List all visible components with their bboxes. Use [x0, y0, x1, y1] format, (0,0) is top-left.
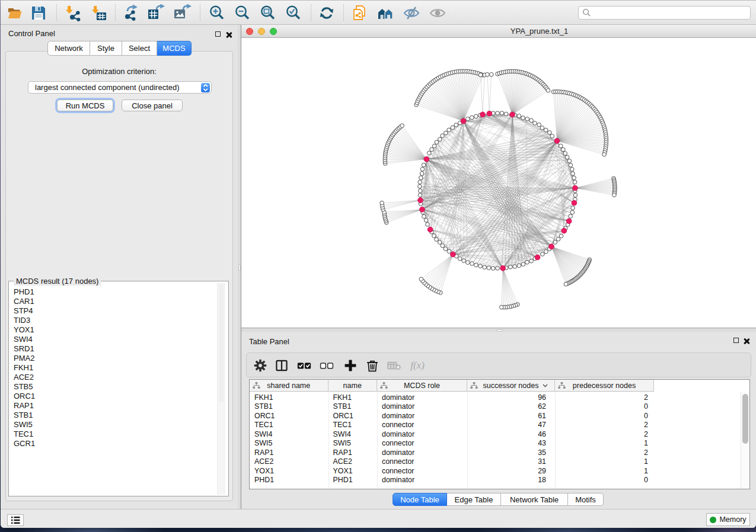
dropdown-stepper-icon	[201, 83, 210, 92]
table-scrollbar[interactable]	[741, 392, 749, 489]
result-node-item[interactable]: STB5	[14, 382, 35, 392]
result-node-item[interactable]: RAP1	[14, 401, 35, 411]
horizontal-splitter[interactable]	[241, 328, 756, 332]
export-network-icon[interactable]	[122, 4, 141, 23]
zoom-selected-icon[interactable]	[284, 4, 303, 23]
tab-network[interactable]: Network	[47, 41, 90, 56]
tab-network-table[interactable]: Network Table	[501, 493, 568, 506]
cell-MCDS-role: connector	[382, 457, 414, 467]
cell-name: PHD1	[333, 476, 353, 485]
show-column-icon[interactable]	[273, 357, 290, 374]
copy-view-icon[interactable]	[350, 4, 369, 23]
status-bar: Memory	[1, 509, 756, 528]
show-all-icon[interactable]	[428, 4, 447, 23]
table-body: FKH1FKH1dominator962STB1STB1dominator620…	[250, 392, 749, 489]
close-panel-button[interactable]: Close panel	[122, 100, 183, 111]
network-graph[interactable]	[241, 38, 756, 328]
search-input[interactable]	[578, 6, 751, 20]
export-image-icon[interactable]	[173, 4, 192, 23]
vertical-splitter-grip[interactable]	[238, 264, 241, 271]
tab-edge-table[interactable]: Edge Table	[447, 493, 501, 506]
table-row[interactable]: STB1STB1dominator620	[250, 402, 749, 412]
result-node-item[interactable]: SWI4	[14, 335, 35, 344]
table-options-icon[interactable]	[252, 357, 269, 374]
zoom-fit-icon[interactable]	[259, 4, 277, 23]
table-row[interactable]: TEC1TEC1connector472	[250, 421, 749, 430]
horizontal-splitter-grip[interactable]	[496, 329, 503, 332]
column-header-predecessor-nodes[interactable]: predecessor nodes	[555, 380, 654, 392]
import-network-icon[interactable]	[63, 4, 82, 23]
save-session-icon[interactable]	[29, 4, 48, 23]
result-node-item[interactable]: ACE2	[14, 373, 35, 382]
cell-name: SWI4	[333, 430, 351, 440]
cell-MCDS-role: connector	[382, 467, 414, 476]
result-node-item[interactable]: SRD1	[14, 344, 35, 354]
cell-shared-name: ORC1	[254, 412, 275, 421]
first-neighbors-icon[interactable]	[377, 4, 395, 23]
delete-row-icon[interactable]	[364, 357, 381, 374]
result-node-item[interactable]: SWI5	[14, 420, 35, 430]
float-table-panel-icon[interactable]	[733, 338, 739, 343]
table-row[interactable]: ACE2ACE2connector311	[250, 457, 749, 467]
tab-select[interactable]: Select	[122, 41, 157, 56]
export-table-icon[interactable]	[146, 4, 165, 23]
cell-predecessor-nodes: 2	[555, 448, 648, 458]
table-row[interactable]: SWI5SWI5connector431	[250, 439, 749, 448]
result-node-item[interactable]: STB1	[14, 411, 35, 420]
tab-node-table[interactable]: Node Table	[393, 493, 447, 506]
cell-predecessor-nodes: 1	[555, 457, 648, 467]
sort-descending-icon[interactable]	[543, 384, 548, 387]
table-row[interactable]: SWI4SWI4dominator462	[250, 430, 749, 440]
column-header-successor-nodes[interactable]: successor nodes	[467, 380, 555, 392]
deselect-all-icon[interactable]	[318, 357, 335, 374]
table-row[interactable]: FKH1FKH1dominator962	[250, 393, 749, 403]
run-mcds-button[interactable]: Run MCDS	[57, 100, 113, 111]
import-table-icon[interactable]	[90, 4, 109, 23]
cell-name: FKH1	[333, 393, 352, 403]
float-panel-icon[interactable]	[215, 31, 221, 37]
table-row[interactable]: PHD1PHD1dominator180	[250, 476, 749, 485]
table-row[interactable]: RAP1RAP1dominator352	[250, 448, 749, 458]
cell-name: YOX1	[333, 467, 353, 476]
result-node-item[interactable]: PHD1	[14, 287, 35, 297]
zoom-out-icon[interactable]	[233, 4, 252, 23]
select-all-icon[interactable]	[296, 357, 312, 374]
table-row[interactable]: YOX1YOX1connector291	[250, 467, 749, 476]
memory-button[interactable]: Memory	[706, 513, 750, 526]
criterion-dropdown[interactable]: largest connected component (undirected)	[28, 81, 212, 94]
tab-motifs[interactable]: Motifs	[568, 493, 604, 506]
result-node-item[interactable]: GCR1	[14, 439, 35, 448]
refresh-icon[interactable]	[317, 4, 336, 23]
column-header-MCDS-role[interactable]: MCDS role	[377, 380, 467, 392]
memory-status-icon	[710, 517, 716, 523]
table-scrollbar-thumb[interactable]	[742, 394, 748, 444]
zoom-in-icon[interactable]	[208, 4, 227, 23]
table-row[interactable]: ORC1ORC1dominator610	[250, 412, 749, 421]
column-header-shared-name[interactable]: shared name	[250, 380, 328, 392]
cell-name: ORC1	[333, 412, 353, 421]
result-scrollbar-thumb[interactable]	[219, 284, 224, 402]
status-list-button[interactable]	[7, 514, 24, 526]
result-node-item[interactable]: ORC1	[14, 392, 35, 401]
tab-mcds[interactable]: MCDS	[157, 41, 192, 56]
table-header: shared namenameMCDS rolesuccessor nodesp…	[250, 380, 749, 392]
result-scrollbar[interactable]	[217, 283, 225, 495]
cell-predecessor-nodes: 0	[555, 402, 648, 412]
add-row-icon[interactable]	[342, 357, 359, 374]
cell-shared-name: ACE2	[254, 457, 273, 467]
cell-successor-nodes: 35	[467, 448, 546, 458]
close-table-panel-icon[interactable]	[743, 338, 749, 344]
close-panel-icon[interactable]	[225, 31, 232, 38]
result-node-item[interactable]: FKH1	[14, 363, 35, 373]
result-node-item[interactable]: TID3	[14, 316, 35, 325]
result-node-item[interactable]: PMA2	[14, 354, 35, 363]
column-header-name[interactable]: name	[328, 380, 378, 392]
result-node-item[interactable]: CAR1	[14, 297, 35, 306]
tab-style[interactable]: Style	[90, 41, 122, 56]
result-node-item[interactable]: STP4	[14, 306, 35, 316]
open-file-icon[interactable]	[5, 4, 24, 23]
result-node-item[interactable]: YOX1	[14, 325, 35, 335]
table-panel: Table Panel	[241, 332, 756, 509]
result-node-item[interactable]: TEC1	[14, 430, 35, 439]
hide-selected-icon[interactable]	[402, 4, 421, 23]
